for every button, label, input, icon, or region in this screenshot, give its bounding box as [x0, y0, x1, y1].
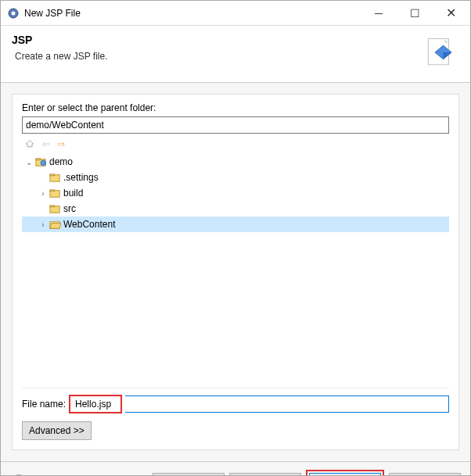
tree-label: build — [63, 188, 83, 199]
tree-node-build[interactable]: › build — [22, 185, 449, 201]
parent-folder-label: Enter or select the parent folder: — [22, 102, 449, 113]
close-button[interactable]: ✕ — [433, 2, 469, 25]
minimize-button[interactable]: ─ — [361, 2, 397, 25]
tree-label: src — [63, 203, 76, 214]
tree-node-settings[interactable]: › .settings — [22, 170, 449, 185]
expand-arrow-icon[interactable]: ⌄ — [23, 156, 34, 167]
expand-arrow-icon[interactable]: › — [38, 219, 49, 230]
folder-tree[interactable]: ⌄ demo › .settings › build — [22, 152, 449, 388]
svg-rect-11 — [49, 189, 54, 191]
maximize-button[interactable]: ☐ — [397, 2, 433, 25]
expand-arrow-icon[interactable]: › — [38, 188, 49, 199]
window-title: New JSP File — [24, 8, 361, 19]
folder-icon — [49, 171, 61, 184]
svg-point-7 — [41, 160, 46, 166]
file-name-input[interactable] — [72, 396, 119, 412]
tree-node-demo[interactable]: ⌄ demo — [22, 154, 449, 170]
wizard-content: Enter or select the parent folder: ⇦ ⇨ ⌄… — [1, 83, 470, 461]
home-icon[interactable] — [22, 137, 38, 151]
file-name-input-extension[interactable] — [125, 395, 449, 413]
back-button[interactable]: < Back — [153, 473, 225, 477]
file-name-label: File name: — [22, 399, 66, 410]
highlight-annotation: Finish — [306, 470, 384, 477]
parent-folder-input[interactable] — [22, 116, 449, 134]
folder-icon — [49, 202, 61, 215]
cancel-button[interactable]: Cancel — [389, 473, 461, 477]
highlight-annotation — [69, 395, 122, 413]
tree-label: demo — [49, 156, 73, 167]
folder-icon — [49, 187, 61, 199]
wizard-icon — [422, 34, 459, 71]
window-titlebar: New JSP File ─ ☐ ✕ — [1, 1, 470, 26]
back-arrow-icon[interactable]: ⇦ — [38, 137, 53, 151]
app-icon — [7, 7, 20, 20]
tree-label: .settings — [63, 172, 99, 183]
svg-rect-6 — [35, 158, 40, 159]
forward-arrow-icon[interactable]: ⇨ — [53, 137, 69, 151]
svg-rect-13 — [49, 205, 54, 206]
next-button[interactable]: Next > — [229, 473, 301, 477]
finish-button[interactable]: Finish — [309, 473, 381, 477]
tree-node-webcontent[interactable]: › WebContent — [22, 217, 449, 232]
banner-description: Create a new JSP file. — [12, 51, 422, 62]
svg-rect-9 — [49, 174, 54, 175]
tree-node-src[interactable]: › src — [22, 201, 449, 217]
svg-point-1 — [12, 11, 16, 15]
advanced-button[interactable]: Advanced >> — [22, 421, 92, 440]
project-icon — [34, 156, 47, 168]
wizard-banner: JSP Create a new JSP file. — [1, 26, 470, 83]
wizard-footer: ? < Back Next > Finish Cancel — [1, 461, 470, 476]
folder-open-icon — [49, 218, 61, 231]
tree-label: WebContent — [63, 219, 116, 230]
tree-toolbar: ⇦ ⇨ — [22, 137, 449, 151]
banner-title: JSP — [12, 34, 422, 46]
